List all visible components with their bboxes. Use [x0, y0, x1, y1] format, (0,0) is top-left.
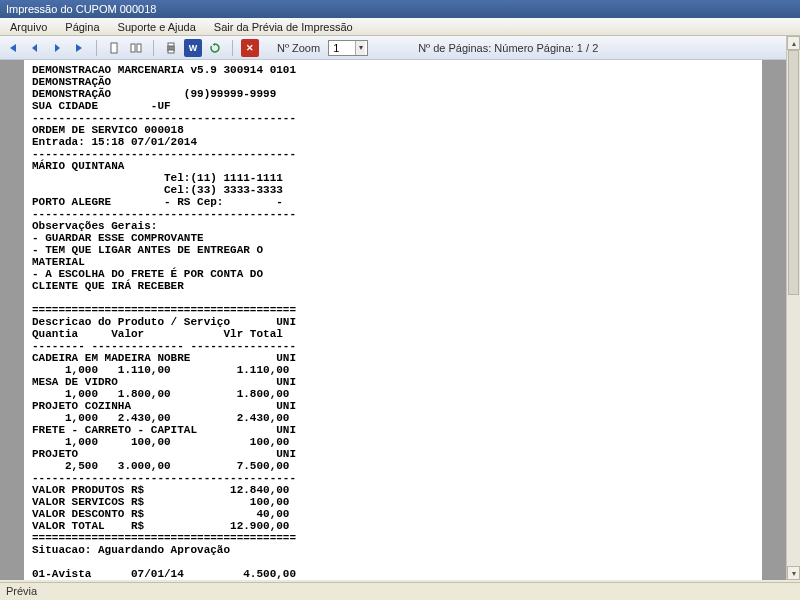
page-preview: DEMONSTRACAO MARCENARIA v5.9 300914 0101… [24, 60, 762, 580]
page-single-icon[interactable] [105, 39, 123, 57]
statusbar: Prévia [0, 582, 800, 600]
menu-arquivo[interactable]: Arquivo [2, 20, 55, 34]
status-text: Prévia [6, 585, 37, 597]
zoom-value: 1 [329, 42, 339, 54]
nav-prev-icon[interactable] [26, 39, 44, 57]
scroll-thumb[interactable] [788, 50, 799, 295]
print-icon[interactable] [162, 39, 180, 57]
scroll-down-icon[interactable]: ▾ [787, 566, 800, 580]
svg-rect-4 [168, 43, 174, 46]
zoom-label: Nº Zoom [277, 42, 320, 54]
svg-rect-1 [131, 44, 135, 52]
zoom-select[interactable]: 1 ▾ [328, 40, 368, 56]
toolbar: W ✕ Nº Zoom 1 ▾ Nº de Páginas: Número Pá… [0, 36, 800, 60]
menubar: Arquivo Página Suporte e Ajuda Sair da P… [0, 18, 800, 36]
separator [232, 40, 233, 56]
window-title: Impressão do CUPOM 000018 [6, 3, 156, 15]
menu-sair[interactable]: Sair da Prévia de Impressão [206, 20, 361, 34]
separator [96, 40, 97, 56]
page-count-label: Nº de Páginas: Número Página: 1 / 2 [418, 42, 598, 54]
receipt-text: DEMONSTRACAO MARCENARIA v5.9 300914 0101… [32, 64, 754, 580]
menu-pagina[interactable]: Página [57, 20, 107, 34]
page-double-icon[interactable] [127, 39, 145, 57]
preview-area: DEMONSTRACAO MARCENARIA v5.9 300914 0101… [0, 60, 786, 580]
nav-last-icon[interactable] [70, 39, 88, 57]
nav-first-icon[interactable] [4, 39, 22, 57]
close-preview-icon[interactable]: ✕ [241, 39, 259, 57]
menu-suporte[interactable]: Suporte e Ajuda [110, 20, 204, 34]
svg-rect-2 [137, 44, 141, 52]
refresh-icon[interactable] [206, 39, 224, 57]
export-word-icon[interactable]: W [184, 39, 202, 57]
svg-rect-5 [168, 50, 174, 53]
chevron-down-icon: ▾ [355, 41, 365, 55]
svg-rect-0 [111, 43, 117, 53]
separator [153, 40, 154, 56]
vertical-scrollbar[interactable]: ▴ ▾ [786, 36, 800, 580]
scroll-up-icon[interactable]: ▴ [787, 36, 800, 50]
window-titlebar: Impressão do CUPOM 000018 [0, 0, 800, 18]
nav-next-icon[interactable] [48, 39, 66, 57]
